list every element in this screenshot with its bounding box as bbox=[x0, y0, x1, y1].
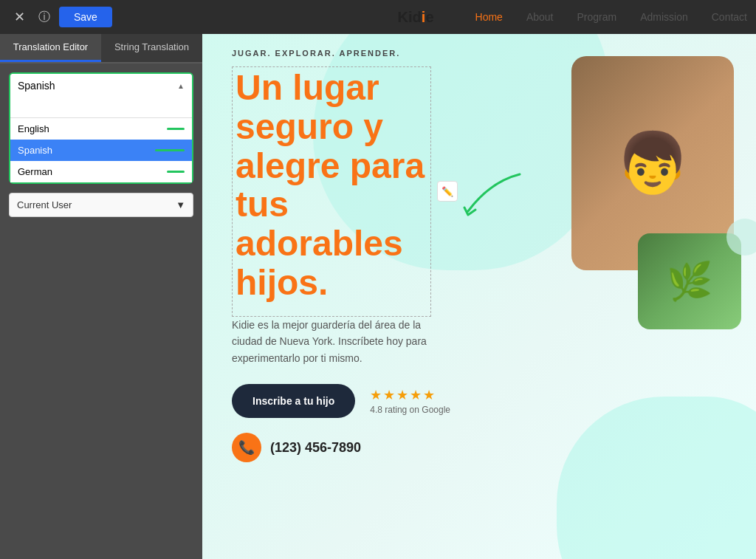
language-progress-german bbox=[167, 171, 185, 173]
hero-images bbox=[549, 34, 756, 559]
user-dropdown[interactable]: Current User ▼ bbox=[9, 193, 193, 217]
left-panel: Translation Editor String Translation Sp… bbox=[0, 34, 202, 559]
hero-title: Un lugar seguro y alegre para tus adorab… bbox=[236, 69, 427, 303]
close-button[interactable]: ✕ bbox=[9, 7, 30, 27]
info-button[interactable]: ⓘ bbox=[38, 10, 50, 25]
panel-content: Spanish ▲ English Spanish German bbox=[0, 64, 202, 226]
language-dropdown[interactable]: Spanish ▲ English Spanish German bbox=[9, 72, 193, 184]
main-area: Translation Editor String Translation Sp… bbox=[0, 34, 756, 559]
tab-translation-editor[interactable]: Translation Editor bbox=[0, 34, 101, 62]
nav-links: Home About Program Admission Contact bbox=[475, 11, 747, 23]
toolbar: ✕ ⓘ Save Kidie Home About Program Admiss… bbox=[0, 0, 756, 34]
tab-string-translation[interactable]: String Translation bbox=[101, 34, 202, 62]
site-logo: Kidie bbox=[398, 9, 434, 26]
chevron-down-icon: ▲ bbox=[177, 82, 185, 90]
language-options: English Spanish German bbox=[10, 118, 192, 182]
hero-title-wrapper: Un lugar seguro y alegre para tus adorab… bbox=[232, 66, 431, 317]
preview-content: JUGAR. EXPLORAR. APRENDER. Un lugar segu… bbox=[202, 34, 756, 559]
nav-home[interactable]: Home bbox=[475, 11, 503, 23]
rating-text: 4.8 rating on Google bbox=[370, 405, 450, 415]
language-search-input[interactable] bbox=[10, 97, 192, 118]
language-option-german[interactable]: German bbox=[10, 161, 192, 182]
language-option-label: Spanish bbox=[18, 145, 52, 156]
nav-about[interactable]: About bbox=[526, 11, 554, 23]
chevron-down-icon: ▼ bbox=[176, 199, 185, 210]
language-option-english[interactable]: English bbox=[10, 118, 192, 140]
tabs: Translation Editor String Translation bbox=[0, 34, 202, 64]
language-progress-english bbox=[167, 128, 185, 130]
language-option-label: German bbox=[18, 166, 52, 177]
hero-title-selection-box: Un lugar seguro y alegre para tus adorab… bbox=[232, 66, 431, 317]
language-selected[interactable]: Spanish ▲ bbox=[10, 74, 192, 97]
selected-language-label: Spanish bbox=[18, 80, 55, 92]
language-option-spanish[interactable]: Spanish bbox=[10, 140, 192, 161]
save-button[interactable]: Save bbox=[59, 7, 112, 27]
nav-admission[interactable]: Admission bbox=[640, 11, 688, 23]
user-dropdown-label: Current User bbox=[17, 199, 72, 210]
site-nav: Kidie Home About Program Admission Conta… bbox=[398, 0, 747, 34]
cta-button[interactable]: Inscribe a tu hijo bbox=[232, 384, 355, 418]
nav-contact[interactable]: Contact bbox=[712, 11, 747, 23]
hero-image-secondary bbox=[638, 233, 741, 329]
language-progress-spanish bbox=[155, 149, 185, 151]
rating-stars: ★★★★★ bbox=[370, 387, 450, 403]
phone-number: (123) 456-7890 bbox=[270, 440, 361, 456]
phone-icon: 📞 bbox=[232, 433, 261, 462]
language-option-label: English bbox=[18, 123, 49, 134]
nav-program[interactable]: Program bbox=[577, 11, 616, 23]
rating-area: ★★★★★ 4.8 rating on Google bbox=[370, 387, 450, 415]
preview-area: JUGAR. EXPLORAR. APRENDER. Un lugar segu… bbox=[202, 34, 756, 559]
hero-description: Kidie es la mejor guardería del área de … bbox=[232, 317, 453, 366]
arrow-indicator bbox=[446, 167, 535, 226]
